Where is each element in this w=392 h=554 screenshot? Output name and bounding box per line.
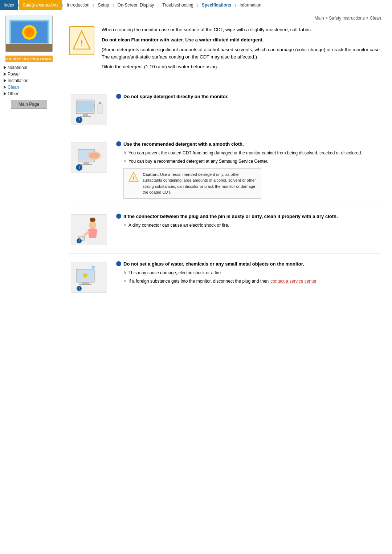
nav-on-screen-display[interactable]: On-Screen Display	[114, 0, 158, 10]
svg-rect-14	[99, 102, 101, 104]
cloth-illustration: !	[71, 142, 107, 173]
intro-section: ! When cleaning the monitor case or the …	[69, 26, 381, 79]
notational-arrow-icon	[4, 66, 6, 69]
svg-text:!: !	[78, 165, 80, 170]
connector-bullet-1: ✎ A dirty connector can cause an electri…	[123, 222, 381, 229]
sidebar-item-other[interactable]: Other	[4, 91, 58, 96]
sidebar-logo-bar: SAFETY INSTRUCTIONS	[5, 56, 53, 62]
blue-dot-glass	[116, 261, 121, 266]
svg-rect-5	[26, 45, 33, 49]
nav-specifications[interactable]: Specifications	[198, 0, 235, 10]
svg-rect-13	[97, 104, 102, 114]
cloth-bullet-1: ✎ You can prevent the coated CDT from be…	[123, 150, 381, 156]
svg-rect-22	[83, 162, 89, 164]
breadcrumb: Main > Safety Instructions > Clean	[69, 16, 381, 21]
section-spray: ! Do not spray detergent directly on the…	[69, 86, 381, 134]
cloth-bullet-2: ✎ You can buy a recommended detergent at…	[123, 158, 381, 165]
pencil-icon-1: ✎	[123, 150, 127, 156]
section-cloth-text: Use the recommended detergent with a smo…	[116, 141, 381, 199]
service-center-link[interactable]: contact a service center	[270, 278, 317, 284]
section-connector-image: !	[69, 214, 109, 246]
spray-illustration: !	[71, 94, 107, 125]
nav-information[interactable]: Information	[236, 0, 265, 10]
sidebar-item-clean[interactable]: Clean	[4, 85, 58, 90]
blue-dot-spray	[116, 94, 121, 99]
caution-warning-icon: !	[128, 171, 139, 185]
svg-text:😟: 😟	[83, 273, 88, 278]
sidebar-image-svg	[6, 16, 53, 52]
svg-rect-23	[81, 164, 92, 165]
intro-text: When cleaning the monitor case or the su…	[102, 26, 381, 73]
section-connector: ! If the connector between the plug and …	[69, 206, 381, 254]
warning-icon-large: !	[69, 26, 94, 55]
intro-para1: When cleaning the monitor case or the su…	[102, 26, 381, 33]
section-spray-text: Do not spray detergent directly on the m…	[116, 94, 381, 102]
intro-para3: (Some detergents contain significant amo…	[102, 46, 381, 60]
content-area: Main > Safety Instructions > Clean ! Whe…	[58, 10, 392, 312]
caution-label: Caution:	[143, 172, 159, 177]
svg-text:!: !	[133, 175, 135, 181]
nav-introduction[interactable]: Introduction	[63, 0, 93, 10]
sidebar-menu: Notational Power Installation Clean	[0, 65, 58, 96]
blue-dot-connector	[116, 214, 121, 219]
svg-rect-6	[20, 49, 38, 50]
svg-point-25	[89, 153, 99, 158]
clean-arrow-icon	[4, 85, 6, 89]
glass-illustration: 😟 !	[71, 262, 107, 293]
section-spray-image: !	[69, 94, 109, 126]
sidebar-monitor-image	[5, 16, 53, 52]
section-glass-heading: Do not set a glass of water, chemicals o…	[116, 261, 381, 267]
main-container: SAFETY INSTRUCTIONS Notational Power Ins…	[0, 10, 392, 312]
section-glass-image: 😟 !	[69, 261, 109, 294]
intro-para4: Dilute the detergent (1:10 ratio) with w…	[102, 63, 381, 70]
main-page-button[interactable]: Main Page	[11, 100, 47, 109]
pencil-icon-4: ✎	[123, 270, 127, 276]
pencil-icon-2: ✎	[123, 158, 127, 165]
svg-rect-42	[79, 284, 91, 285]
section-cloth: ! Use the recommended detergent with a s…	[69, 134, 381, 206]
caution-box: ! Caution: Use a recommended detergent o…	[123, 168, 261, 199]
svg-rect-12	[80, 116, 91, 117]
section-connector-text: If the connector between the plug and th…	[116, 214, 381, 230]
svg-text:!: !	[78, 287, 79, 291]
sidebar-item-power[interactable]: Power	[4, 72, 58, 77]
sidebar-item-installation[interactable]: Installation	[4, 78, 58, 83]
sidebar-label-other: Other	[8, 91, 19, 96]
svg-rect-41	[82, 282, 89, 284]
glass-bullet-2: ✎ If a foreign substance gets into the m…	[123, 278, 381, 284]
pencil-icon-3: ✎	[123, 222, 127, 229]
sidebar-label-clean: Clean	[8, 85, 19, 90]
connector-illustration: !	[71, 214, 107, 245]
svg-point-4	[24, 27, 34, 37]
section-spray-heading: Do not spray detergent directly on the m…	[116, 94, 381, 99]
power-arrow-icon	[4, 72, 6, 76]
section-cloth-heading: Use the recommended detergent with a smo…	[116, 141, 381, 147]
installation-arrow-icon	[4, 79, 6, 82]
navigation-bar: Index | Safety Instructions | Introducti…	[0, 0, 392, 10]
svg-point-32	[90, 218, 95, 222]
nav-setup[interactable]: Setup	[94, 0, 113, 10]
intro-para2: Do not clean Flat monitor with water. Us…	[102, 36, 381, 44]
section-glass: 😟 ! Do not set a glass of water,	[69, 254, 381, 301]
section-glass-text: Do not set a glass of water, chemicals o…	[116, 261, 381, 286]
sidebar-label-notational: Notational	[8, 65, 27, 70]
svg-rect-11	[83, 114, 88, 116]
caution-box-text: Caution: Use a recommended detergent onl…	[143, 171, 257, 195]
nav-troubleshooting[interactable]: Troubleshooting	[159, 0, 197, 10]
glass-bullet-1: ✎ This may cause damage, electric shock …	[123, 270, 381, 276]
svg-text:!: !	[78, 117, 80, 122]
svg-rect-10	[77, 101, 93, 112]
other-arrow-icon	[4, 92, 6, 96]
nav-index[interactable]: Index	[0, 0, 18, 10]
svg-text:!: !	[80, 37, 83, 48]
nav-safety-instructions[interactable]: Safety Instructions	[19, 0, 62, 10]
pencil-icon-5: ✎	[123, 278, 127, 284]
sidebar-logo-text: SAFETY INSTRUCTIONS	[6, 57, 51, 61]
section-cloth-image: !	[69, 141, 109, 174]
sidebar-label-installation: Installation	[8, 78, 28, 83]
blue-dot-cloth	[116, 141, 121, 146]
sidebar-label-power: Power	[8, 72, 20, 77]
svg-text:!: !	[78, 239, 79, 243]
sidebar: SAFETY INSTRUCTIONS Notational Power Ins…	[0, 10, 58, 312]
sidebar-item-notational[interactable]: Notational	[4, 65, 58, 70]
